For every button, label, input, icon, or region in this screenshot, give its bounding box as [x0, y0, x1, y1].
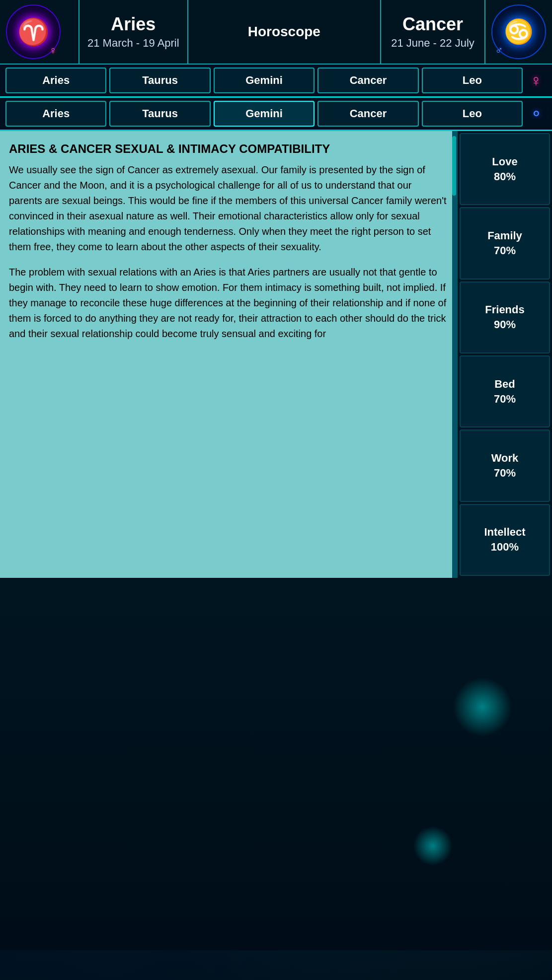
compat-label-love: Love	[492, 155, 517, 168]
cancer-sign-name: Cancer	[389, 14, 476, 35]
compat-item-intellect: Intellect 100%	[460, 504, 550, 576]
compat-label-friends: Friends	[485, 303, 524, 316]
compat-item-love: Love 80%	[460, 133, 550, 205]
glow-decoration-2	[413, 826, 453, 866]
compat-label-family: Family	[487, 229, 522, 242]
article-paragraph-1: We usually see the sign of Cancer as ext…	[9, 162, 447, 255]
article-panel: ARIES & CANCER SEXUAL & INTIMACY COMPATI…	[0, 131, 458, 578]
compat-percent-love: 80%	[494, 170, 516, 183]
nav-btn-gemini-1[interactable]: Gemini	[214, 68, 315, 93]
header-cancer-info: Cancer 21 June - 22 July	[381, 0, 485, 64]
nav-btn-leo-2[interactable]: Leo	[422, 101, 523, 127]
compat-percent-intellect: 100%	[491, 541, 519, 554]
article-title: ARIES & CANCER SEXUAL & INTIMACY COMPATI…	[9, 141, 447, 156]
nav-btn-cancer-1[interactable]: Cancer	[317, 68, 418, 93]
compat-percent-work: 70%	[494, 467, 516, 480]
nav-row-2: Aries Taurus Gemini Cancer Leo ⚬	[0, 98, 552, 131]
nav-btn-taurus-2[interactable]: Taurus	[109, 101, 210, 127]
nav-row1-gender-icon: ♀	[524, 69, 548, 92]
cancer-symbol: ♋	[504, 18, 534, 46]
bottom-section	[0, 578, 552, 950]
article-paragraph-2: The problem with sexual relations with a…	[9, 265, 447, 342]
nav-btn-taurus-1[interactable]: Taurus	[109, 68, 210, 93]
header-aries-info: Aries 21 March - 19 April	[79, 0, 188, 64]
compat-label-bed: Bed	[494, 378, 515, 391]
article-body: We usually see the sign of Cancer as ext…	[9, 162, 447, 342]
compat-label-intellect: Intellect	[484, 526, 525, 539]
compat-label-work: Work	[491, 452, 519, 465]
aries-sign-name: Aries	[87, 14, 179, 35]
horoscope-title: Horoscope	[248, 24, 320, 40]
nav-row-1: Aries Taurus Gemini Cancer Leo ♀	[0, 65, 552, 98]
glow-decoration-1	[453, 677, 512, 737]
compat-item-family: Family 70%	[460, 207, 550, 279]
compat-item-bed: Bed 70%	[460, 355, 550, 427]
compatibility-sidebar: Love 80% Family 70% Friends 90% Bed 70% …	[458, 131, 552, 578]
nav-btn-cancer-2[interactable]: Cancer	[317, 101, 418, 127]
compat-item-work: Work 70%	[460, 429, 550, 501]
compat-percent-bed: 70%	[494, 393, 516, 406]
nav-btn-leo-1[interactable]: Leo	[422, 68, 523, 93]
nav-btn-aries-2[interactable]: Aries	[5, 101, 106, 127]
aries-symbol: ♈	[17, 17, 50, 47]
cancer-gender-icon: ♂	[495, 44, 503, 57]
header-center-label: Horoscope	[188, 0, 381, 64]
compat-percent-family: 70%	[494, 244, 516, 257]
header-aries-icon-section: ♈ ♀	[0, 0, 79, 64]
header-cancer-icon-section: ♋ ♂	[485, 0, 552, 64]
aries-zodiac-circle: ♈ ♀	[6, 4, 61, 59]
aries-sign-dates: 21 March - 19 April	[87, 37, 179, 50]
scroll-thumb	[452, 136, 456, 196]
scroll-bar[interactable]	[452, 131, 456, 578]
compat-percent-friends: 90%	[494, 318, 516, 331]
content-area: ARIES & CANCER SEXUAL & INTIMACY COMPATI…	[0, 131, 552, 578]
nav-row2-gender-icon: ⚬	[524, 102, 548, 126]
cancer-sign-dates: 21 June - 22 July	[389, 37, 476, 50]
nav-btn-aries-1[interactable]: Aries	[5, 68, 106, 93]
aries-gender-icon: ♀	[49, 44, 58, 57]
app-header: ♈ ♀ Aries 21 March - 19 April Horoscope …	[0, 0, 552, 65]
compat-item-friends: Friends 90%	[460, 281, 550, 353]
nav-btn-gemini-2[interactable]: Gemini	[214, 101, 315, 127]
cancer-zodiac-circle: ♋ ♂	[491, 4, 546, 59]
